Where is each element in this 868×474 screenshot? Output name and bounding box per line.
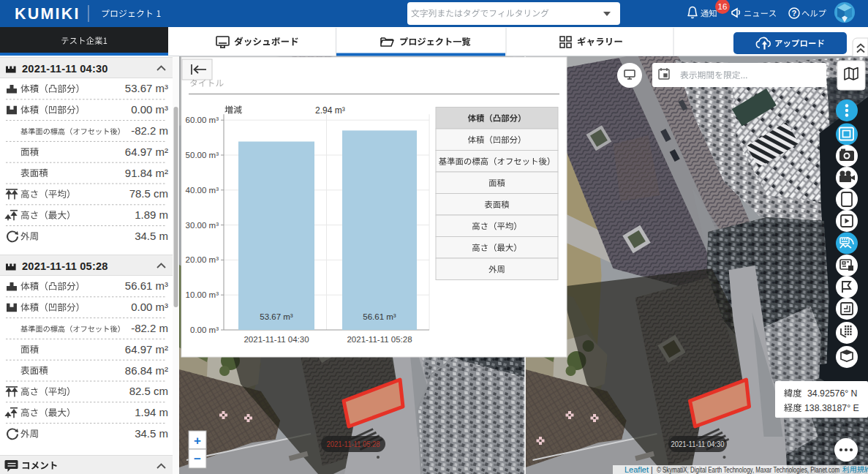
svg-text:34.5 m: 34.5 m	[135, 427, 168, 440]
svg-text:0.00 m³: 0.00 m³	[131, 103, 168, 116]
svg-text:53.67 m³: 53.67 m³	[260, 312, 293, 321]
svg-text:Leaflet: Leaflet	[624, 465, 649, 474]
svg-text:0.00 m³: 0.00 m³	[131, 301, 168, 313]
svg-text:10.00 m³: 10.00 m³	[186, 290, 219, 299]
svg-text:34.5 m: 34.5 m	[135, 230, 168, 242]
svg-text:2021-11-11 04:30: 2021-11-11 04:30	[671, 440, 725, 448]
svg-text:78.5 cm: 78.5 cm	[129, 187, 168, 200]
svg-text:64.97 m²: 64.97 m²	[125, 146, 168, 158]
svg-text:−: −	[194, 452, 201, 466]
svg-text:|: |	[651, 465, 653, 474]
svg-text:2021-11-11 05:28: 2021-11-11 05:28	[327, 440, 380, 448]
svg-text:-82.2 m: -82.2 m	[131, 322, 168, 334]
svg-text:1.89 m: 1.89 m	[135, 208, 168, 221]
svg-text:56.61 m³: 56.61 m³	[363, 312, 396, 321]
svg-text:60.00 m³: 60.00 m³	[186, 116, 219, 124]
svg-text:© SkymatiX, Digital Earth Tech: © SkymatiX, Digital Earth Technology, Ma…	[657, 465, 839, 474]
svg-text:20.00 m³: 20.00 m³	[186, 255, 219, 264]
svg-text:56.61 m³: 56.61 m³	[125, 279, 168, 292]
svg-text:2.94 m³: 2.94 m³	[315, 105, 345, 116]
svg-text:82.5 cm: 82.5 cm	[129, 385, 168, 397]
svg-text:0.00 m³: 0.00 m³	[190, 326, 219, 334]
svg-text:138.38187° E: 138.38187° E	[804, 403, 859, 413]
svg-text:50.00 m³: 50.00 m³	[186, 151, 219, 159]
svg-text:?: ?	[792, 9, 796, 18]
svg-text:86.84 m²: 86.84 m²	[125, 364, 168, 377]
svg-text:40.00 m³: 40.00 m³	[186, 186, 219, 195]
svg-text:2021-11-11 04:30: 2021-11-11 04:30	[22, 63, 108, 75]
svg-text:53.67 m³: 53.67 m³	[125, 82, 168, 94]
svg-text:91.84 m²: 91.84 m²	[125, 167, 168, 179]
svg-text:+: +	[194, 434, 201, 448]
svg-text:-82.2 m: -82.2 m	[131, 124, 168, 137]
svg-text:64.97 m²: 64.97 m²	[125, 343, 168, 356]
svg-text:2021-11-11 05:28: 2021-11-11 05:28	[22, 260, 108, 272]
svg-text:2021-11-11 04:30: 2021-11-11 04:30	[244, 335, 309, 344]
svg-text:1.94 m: 1.94 m	[135, 406, 168, 418]
svg-text:2021-11-11 05:28: 2021-11-11 05:28	[347, 335, 412, 344]
svg-text:30.00 m³: 30.00 m³	[186, 221, 219, 230]
svg-text:16: 16	[718, 2, 728, 11]
svg-text:34.92576° N: 34.92576° N	[807, 388, 858, 399]
svg-text:KUMIKI: KUMIKI	[15, 5, 80, 23]
